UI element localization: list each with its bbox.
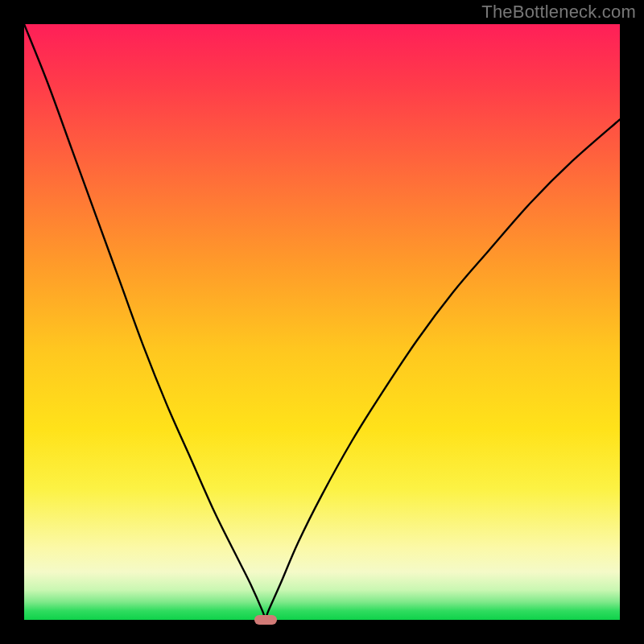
plot-area	[24, 24, 620, 620]
curve-left-branch	[24, 24, 266, 620]
minimum-marker	[254, 615, 277, 625]
watermark-text: TheBottleneck.com	[481, 2, 636, 23]
curve-right-branch	[266, 119, 620, 620]
curve-svg	[24, 24, 620, 620]
